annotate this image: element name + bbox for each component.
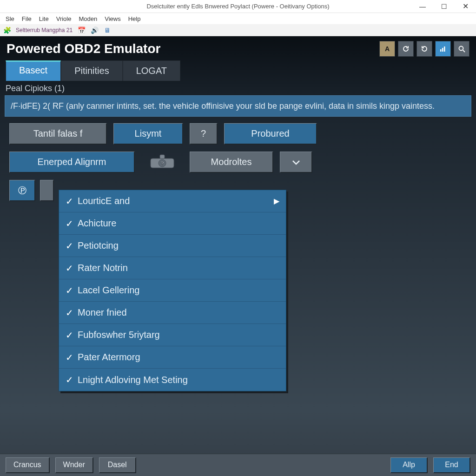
dropdown-menu: ✓ LourticE and ▶ ✓ Achicture ✓ Petiotcin… [59,190,286,391]
dropdown-item-pater[interactable]: ✓ Pater Atermorg [59,346,286,369]
dropdown-label: Fubfoswher 5riytarg [78,330,160,340]
lsymt-button[interactable]: Lisymt [113,123,183,145]
toolbar-label: Seltterrub Mangpha 21 [16,27,73,33]
svg-line-5 [463,50,465,52]
minimize-button[interactable]: — [412,0,433,13]
dropdown-item-moner[interactable]: ✓ Moner fnied [59,302,286,324]
chart-icon[interactable] [435,41,451,57]
search-icon[interactable] [454,41,469,57]
modroltes-button[interactable]: Modroltes [190,152,273,173]
calendar-icon[interactable]: 📅 [77,26,86,34]
check-icon: ✓ [66,374,78,385]
menu-sle[interactable]: Sle [3,14,17,23]
app-title: Powered OBD2 Emulator [7,41,160,56]
chevron-down-button[interactable] [280,152,312,173]
dropdown-item-lourtic[interactable]: ✓ LourticE and ▶ [59,190,286,212]
header-icon-row: A [379,41,469,57]
check-icon: ✓ [66,218,78,229]
menu-help[interactable]: Help [126,14,144,23]
dropdown-label: Rater Notrin [78,263,128,273]
speaker-icon[interactable]: 🔊 [90,26,99,34]
svg-rect-3 [444,46,445,52]
check-icon: ✓ [66,263,78,274]
crancus-button[interactable]: Crancus [6,457,50,473]
gear-icon: ? [141,151,183,173]
dropdown-label: Pater Atermorg [78,352,140,363]
dropdown-label: Lacel Gellering [78,285,139,296]
tab-basect[interactable]: Basect [6,60,61,81]
tabs: Basect Pitinities LOGAT [0,60,476,81]
info-banner: /F·idFE) 2( RF (anly canmer intints, set… [5,95,471,117]
menu-views[interactable]: Views [102,14,123,23]
maximize-button[interactable]: ☐ [433,0,455,13]
dropdown-label: Moner fnied [78,307,127,318]
probured-button[interactable]: Probured [224,123,317,145]
dropdown-label: Petiotcing [78,240,119,251]
wnder-button[interactable]: Wnder [55,457,93,473]
menu-lite[interactable]: Lite [36,14,52,23]
dropdown-item-fubfoswher[interactable]: ✓ Fubfoswher 5riytarg [59,324,286,346]
svg-rect-1 [440,49,442,52]
check-icon: ✓ [66,330,78,341]
window-controls: — ☐ ✕ [412,0,476,13]
dropdown-item-rater[interactable]: ✓ Rater Notrin [59,257,286,279]
close-button[interactable]: ✕ [455,0,476,13]
font-icon[interactable]: A [379,41,395,57]
section-subtitle: Peal Cipioks (1) [0,81,476,95]
menu-vriole[interactable]: Vriole [53,14,74,23]
monitor-icon[interactable]: 🖥 [103,26,112,34]
svg-rect-7 [160,155,165,159]
svg-text:A: A [385,45,390,53]
svg-rect-2 [442,48,443,52]
svg-text:?: ? [160,160,164,167]
check-icon: ✓ [66,240,78,251]
app-body: Powered OBD2 Emulator A Basect Pitinitie… [0,36,476,476]
check-icon: ✓ [66,196,78,207]
help-button-1[interactable]: ? [190,123,218,145]
dropdown-item-achicture[interactable]: ✓ Achicture [59,212,286,235]
dasel-button[interactable]: Dasel [99,457,136,473]
window-title: Dselctuiter ently Edls Bnwered Poylact (… [146,3,329,10]
refresh-icon[interactable] [398,41,414,57]
reset-icon[interactable] [416,41,432,57]
check-icon: ✓ [66,352,78,363]
alp-button[interactable]: Allp [390,457,428,473]
footer: Crancus Wnder Dasel Allp End [0,454,476,476]
menu-moden[interactable]: Moden [76,14,100,23]
tantil-button[interactable]: Tantil falas f [9,123,107,145]
svg-point-4 [459,46,463,51]
enerped-button[interactable]: Enerped Alignrm [9,152,135,173]
dropdown-label: Lnight Adloving Met Seting [78,375,188,385]
app-icon: 🧩 [3,26,11,34]
button-row-2: Enerped Alignrm ? Modroltes [0,145,476,173]
submenu-arrow-icon: ▶ [274,197,279,205]
dropdown-item-petiotcing[interactable]: ✓ Petiotcing [59,235,286,257]
button-row-1: Tantil falas f Lisymt ? Probured [0,117,476,145]
end-button[interactable]: End [433,457,470,473]
tab-pitinities[interactable]: Pitinities [61,60,122,81]
dropdown-label: Achicture [78,218,116,229]
app-header: Powered OBD2 Emulator A [0,36,476,60]
check-icon: ✓ [66,307,78,318]
toolbar: 🧩 Seltterrub Mangpha 21 📅 🔊 🖥 [0,24,476,36]
window-titlebar: Dselctuiter ently Edls Bnwered Poylact (… [0,0,476,13]
phylo-button[interactable]: ℗ [9,180,35,201]
menu-file[interactable]: File [19,14,34,23]
tab-logat[interactable]: LOGAT [123,60,180,81]
aux-button[interactable] [40,180,54,201]
check-icon: ✓ [66,285,78,296]
menubar: Sle File Lite Vriole Moden Views Help [0,13,476,24]
dropdown-item-lacel[interactable]: ✓ Lacel Gellering [59,279,286,302]
dropdown-item-lnight[interactable]: ✓ Lnight Adloving Met Seting [59,369,286,391]
dropdown-label: LourticE and [78,196,130,206]
chevron-down-icon [291,159,301,165]
